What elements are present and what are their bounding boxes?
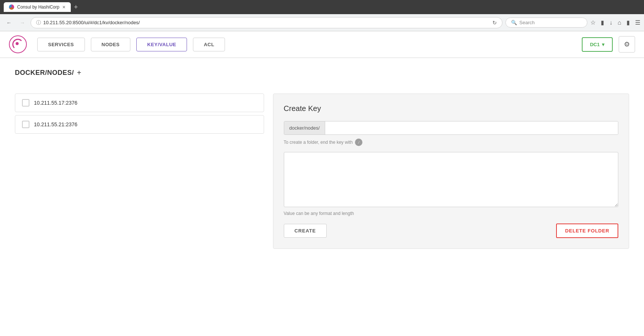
folder-hint-text: To create a folder, end the key with	[284, 140, 353, 145]
gear-icon: ⚙	[624, 40, 630, 48]
bookmark-icon[interactable]: ☆	[590, 19, 596, 26]
breadcrumb-plus: +	[77, 69, 82, 77]
forward-button[interactable]: →	[17, 18, 28, 28]
breadcrumb: DOCKER/NODES/ +	[15, 69, 629, 77]
tab-favicon	[9, 4, 14, 10]
create-button[interactable]: CREATE	[284, 224, 327, 238]
profile-icon[interactable]: ▮	[601, 19, 604, 26]
acl-nav-button[interactable]: ACL	[193, 38, 225, 51]
shield-icon[interactable]: ▮	[626, 19, 630, 26]
nodes-nav-button[interactable]: NODES	[91, 38, 131, 51]
value-hint: Value can be any format and length	[284, 211, 618, 216]
item-label: 10.211.55.21:2376	[34, 121, 77, 127]
consul-logo-spinner	[12, 39, 23, 50]
address-bar: ← → ⓘ 10.211.55.20:8500/ui/#/dc1/kv/dock…	[0, 14, 644, 31]
list-item[interactable]: 10.211.55.21:2376	[15, 115, 264, 134]
search-text: Search	[519, 20, 534, 25]
dc-dropdown-button[interactable]: DC1 ▾	[582, 37, 613, 52]
back-button[interactable]: ←	[4, 18, 14, 28]
folder-slash-icon: /	[355, 139, 362, 146]
settings-button[interactable]: ⚙	[619, 36, 635, 53]
browser-search-bar[interactable]: 🔍 Search	[505, 18, 587, 28]
item-label: 10.211.55.17:2376	[34, 100, 77, 106]
kv-nav-button[interactable]: KEY/VALUE	[136, 38, 187, 51]
home-icon[interactable]: ⌂	[618, 19, 621, 26]
create-key-title: Create Key	[284, 104, 618, 113]
breadcrumb-path: DOCKER/NODES/	[15, 69, 74, 77]
left-panel: 10.211.55.17:2376 10.211.55.21:2376	[15, 93, 273, 249]
browser-tab[interactable]: Consul by HashiCorp ✕	[4, 2, 71, 12]
item-icon	[22, 99, 29, 107]
consul-logo	[9, 35, 27, 53]
delete-folder-button[interactable]: DELETE FOLDER	[556, 224, 618, 238]
kv-list: 10.211.55.17:2376 10.211.55.21:2376	[15, 93, 264, 134]
tab-title: Consul by HashiCorp	[17, 4, 59, 10]
url-bar[interactable]: ⓘ 10.211.55.20:8500/ui/#/dc1/kv/docker/n…	[31, 17, 502, 28]
chevron-down-icon: ▾	[602, 42, 605, 47]
value-textarea[interactable]	[284, 152, 618, 207]
new-tab-button[interactable]: +	[74, 3, 78, 11]
menu-icon[interactable]: ☰	[635, 19, 640, 26]
main-content: 10.211.55.17:2376 10.211.55.21:2376 Crea…	[15, 93, 629, 249]
url-text: 10.211.55.20:8500/ui/#/dc1/kv/docker/nod…	[43, 20, 490, 25]
key-input-row: docker/nodes/	[284, 121, 618, 135]
dc-label: DC1	[590, 42, 600, 47]
folder-hint: To create a folder, end the key with /	[284, 139, 618, 146]
key-name-input[interactable]	[325, 121, 618, 134]
browser-chrome: Consul by HashiCorp ✕ +	[0, 0, 644, 14]
right-panel: Create Key docker/nodes/ To create a fol…	[273, 93, 629, 249]
create-key-panel: Create Key docker/nodes/ To create a fol…	[273, 93, 629, 249]
tab-close-button[interactable]: ✕	[62, 5, 66, 10]
refresh-button[interactable]: ↻	[492, 20, 497, 26]
services-nav-button[interactable]: SERVICES	[37, 38, 85, 51]
search-icon: 🔍	[511, 20, 517, 25]
browser-toolbar-icons: ☆ ▮ ↓ ⌂ ▮ ☰	[590, 19, 640, 26]
action-row: CREATE DELETE FOLDER	[284, 224, 618, 238]
item-icon	[22, 121, 29, 128]
app-navigation: SERVICES NODES KEY/VALUE ACL DC1 ▾ ⚙	[0, 31, 644, 58]
download-icon[interactable]: ↓	[609, 19, 612, 26]
list-item[interactable]: 10.211.55.17:2376	[15, 93, 264, 112]
key-prefix: docker/nodes/	[284, 121, 326, 134]
info-icon: ⓘ	[36, 19, 41, 26]
